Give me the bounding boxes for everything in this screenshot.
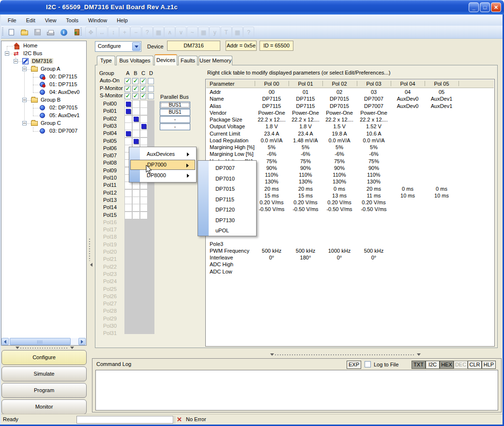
submenu-item[interactable]: DP7007 — [199, 163, 255, 173]
tab-devices[interactable]: Devices — [154, 54, 177, 65]
exp-button[interactable]: EXP — [347, 361, 361, 369]
tab-bus-voltages[interactable]: Bus Voltages — [116, 56, 153, 65]
checkbox-checked[interactable] — [140, 86, 146, 92]
pol-grid-cell[interactable] — [132, 204, 140, 212]
pol-grid-cell[interactable] — [132, 122, 140, 130]
tree-item[interactable]: Group C — [1, 120, 86, 127]
checkbox-checked[interactable] — [140, 93, 146, 99]
pol-grid-cell[interactable] — [132, 130, 140, 137]
checkbox-checked[interactable] — [132, 93, 138, 99]
tree-item[interactable]: 03: DP7007 — [1, 127, 86, 135]
open-file-button[interactable] — [19, 27, 30, 38]
pol-grid-cell[interactable] — [132, 212, 140, 219]
checkbox-checked[interactable] — [124, 78, 131, 84]
pol-grid-cell[interactable] — [140, 115, 148, 123]
pol-grid-cell[interactable] — [124, 107, 132, 115]
maximize-button[interactable]: □ — [480, 2, 490, 12]
parallel-bus-slot[interactable]: - — [160, 116, 190, 123]
tree-item[interactable]: Group B — [1, 96, 86, 104]
command-log-text[interactable] — [95, 370, 498, 411]
pol-grid-cell[interactable] — [140, 212, 148, 219]
submenu-item[interactable]: DP7015 — [199, 184, 255, 194]
pol-grid-cell[interactable] — [132, 100, 140, 108]
pol-grid-cell[interactable] — [140, 122, 148, 130]
menu-help[interactable]: Help — [112, 16, 133, 25]
pol-grid-cell[interactable] — [140, 107, 148, 115]
tab-user-memory[interactable]: User Memory — [199, 56, 232, 65]
checkbox-checked[interactable] — [124, 93, 131, 99]
new-file-button[interactable] — [6, 27, 17, 38]
pol-grid-cell[interactable] — [140, 182, 148, 189]
submenu-item[interactable]: DP7115 — [199, 195, 255, 205]
tree-item[interactable]: 01: DP7115 — [1, 81, 86, 89]
context-menu-item[interactable]: DP7000 — [130, 160, 195, 170]
checkbox-checked[interactable] — [132, 78, 138, 84]
pol-grid-cell[interactable] — [132, 137, 140, 145]
nav-simulate-button[interactable]: Simulate — [1, 366, 87, 381]
checkbox-checked[interactable] — [140, 78, 146, 84]
log-clr-button[interactable]: CLR — [468, 361, 482, 369]
parallel-bus-slot[interactable]: BUS1 — [160, 109, 190, 116]
checkbox-unchecked[interactable] — [148, 78, 154, 84]
menu-view[interactable]: View — [40, 16, 61, 25]
tree-item[interactable]: 02: DP7015 — [1, 104, 86, 112]
parallel-bus-slot[interactable]: - — [160, 123, 190, 130]
tree-item[interactable]: Group A — [1, 65, 86, 73]
mode-combobox[interactable]: Configure — [95, 41, 141, 52]
log-txt-button[interactable]: TXT — [412, 361, 426, 369]
pol-grid-cell[interactable] — [140, 204, 148, 212]
tree-item[interactable]: ⇄I2C Bus — [1, 50, 86, 58]
pol-grid-cell[interactable] — [124, 100, 132, 108]
print-button[interactable] — [45, 27, 56, 38]
info-button[interactable]: i — [58, 27, 69, 38]
pol-grid-cell[interactable] — [124, 212, 132, 219]
pol-grid-cell[interactable] — [140, 197, 148, 204]
close-button[interactable]: ✕ — [491, 2, 501, 12]
error-clear-icon[interactable]: ✕ — [175, 416, 183, 424]
pol-grid-cell[interactable] — [124, 137, 132, 145]
pol-grid-cell[interactable] — [124, 189, 132, 197]
checkbox-checked[interactable] — [132, 86, 138, 92]
tab-type[interactable]: Type — [97, 56, 115, 65]
menu-window[interactable]: Window — [83, 16, 112, 25]
checkbox-unchecked[interactable] — [148, 93, 154, 99]
pol-grid-cell[interactable] — [140, 100, 148, 108]
menu-file[interactable]: File — [3, 16, 21, 25]
pol-grid-cell[interactable] — [132, 115, 140, 123]
chevron-down-icon[interactable] — [132, 42, 140, 51]
pol-grid-cell[interactable] — [140, 189, 148, 197]
submenu-item[interactable]: DP7010 — [199, 174, 255, 184]
parallel-bus-slot[interactable]: BUS1 — [160, 102, 190, 108]
pol-grid-cell[interactable] — [132, 189, 140, 197]
log-horizontal-splitter[interactable] — [269, 353, 422, 357]
menu-tools[interactable]: Tools — [61, 16, 83, 25]
scroll-left-button[interactable] — [1, 338, 9, 345]
context-menu-item[interactable]: DP8000 — [130, 170, 195, 181]
submenu-item[interactable]: uPOL — [199, 226, 255, 236]
vertical-splitter[interactable] — [88, 239, 91, 268]
submenu-item[interactable]: DP7120 — [199, 205, 255, 215]
pol-grid-cell[interactable] — [124, 204, 132, 212]
pol-grid-cell[interactable] — [132, 197, 140, 204]
pol-grid-cell[interactable] — [132, 182, 140, 189]
pol-grid-cell[interactable] — [140, 137, 148, 145]
log-hex-button[interactable]: HEX — [440, 361, 454, 369]
pol-grid-cell[interactable] — [132, 107, 140, 115]
tree-item[interactable]: 00: DP7115 — [1, 73, 86, 81]
nav-program-button[interactable]: Program — [1, 383, 87, 398]
submenu-item[interactable]: DP7130 — [199, 215, 255, 226]
nav-monitor-button[interactable]: Monitor — [1, 399, 87, 414]
checkbox-unchecked[interactable] — [148, 86, 154, 92]
minimize-button[interactable]: _ — [469, 2, 479, 12]
checkbox-checked[interactable] — [124, 86, 131, 92]
tree-item[interactable]: DM7316 — [1, 58, 86, 65]
context-menu-item[interactable]: AuxDevices — [130, 149, 195, 159]
scrollbar-thumb[interactable] — [10, 338, 71, 345]
pol-grid-cell[interactable] — [124, 197, 132, 204]
menu-edit[interactable]: Edit — [21, 16, 40, 25]
pol-grid-cell[interactable] — [140, 130, 148, 137]
log-to-file-checkbox[interactable] — [365, 361, 371, 367]
tab-faults[interactable]: Faults — [178, 56, 198, 65]
tree-item[interactable]: 04: AuxDev0 — [1, 89, 86, 96]
pol-grid-cell[interactable] — [124, 130, 132, 137]
